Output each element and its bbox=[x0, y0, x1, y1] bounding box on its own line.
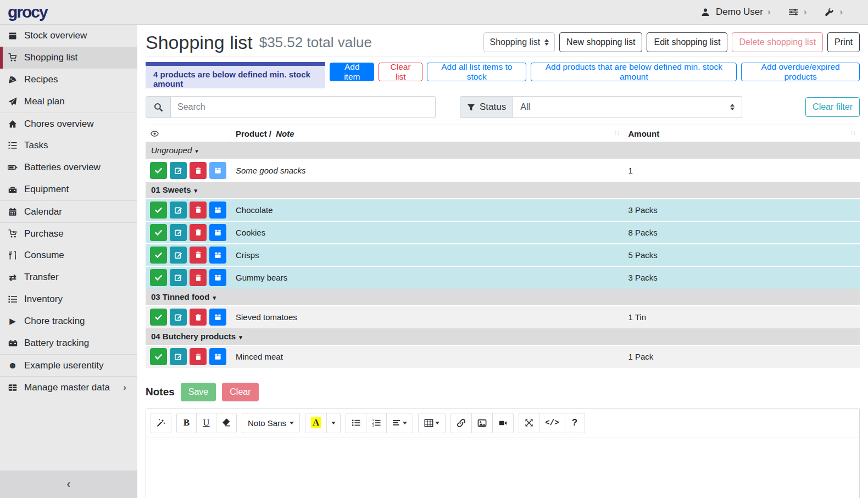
sidebar-item-equipment[interactable]: Equipment bbox=[0, 178, 137, 200]
sidebar-collapse-button[interactable]: ‹ bbox=[0, 471, 137, 498]
insert-table-button[interactable] bbox=[418, 413, 446, 433]
delete-item-button[interactable] bbox=[190, 224, 207, 241]
mark-done-button[interactable] bbox=[150, 348, 167, 365]
print-button[interactable]: Print bbox=[827, 32, 860, 52]
shopping-list-select[interactable]: Shopping list bbox=[483, 32, 555, 52]
sidebar-item-tasks[interactable]: Tasks bbox=[0, 135, 137, 156]
edit-item-button[interactable] bbox=[170, 224, 187, 241]
sidebar-item-stock-overview[interactable]: Stock overview bbox=[0, 25, 137, 47]
edit-shopping-list-button[interactable]: Edit shopping list bbox=[647, 32, 727, 52]
clear-format-button[interactable] bbox=[216, 413, 237, 433]
edit-item-button[interactable] bbox=[170, 202, 187, 219]
sidebar-item-recipes[interactable]: Recipes bbox=[0, 69, 137, 91]
add-to-stock-button[interactable] bbox=[209, 247, 226, 264]
mark-done-button[interactable] bbox=[150, 202, 167, 219]
ordered-list-button[interactable]: 123 bbox=[366, 413, 387, 433]
user-name: Demo User bbox=[716, 7, 763, 18]
sidebar-item-manage-master-data[interactable]: Manage master data › bbox=[0, 376, 137, 398]
sidebar-item-calendar[interactable]: Calendar bbox=[0, 200, 137, 222]
mark-done-button[interactable] bbox=[150, 162, 167, 179]
sidebar-item-shopping-list[interactable]: Shopping list bbox=[0, 47, 137, 69]
clear-filter-button[interactable]: Clear filter bbox=[805, 97, 860, 117]
unordered-list-button[interactable] bbox=[346, 413, 366, 433]
sidebar-item-chores-overview[interactable]: Chores overview bbox=[0, 113, 137, 135]
delete-item-button[interactable] bbox=[190, 162, 207, 179]
below-min-stock-alert[interactable]: 4 products are below defined min. stock … bbox=[146, 62, 325, 88]
mark-done-button[interactable] bbox=[150, 309, 167, 326]
product-column-header[interactable]: Product / Note ↑↓ bbox=[231, 125, 624, 142]
add-overdue-button[interactable]: Add overdue/expired products bbox=[741, 63, 860, 81]
add-to-stock-button[interactable] bbox=[209, 224, 226, 241]
mark-done-button[interactable] bbox=[150, 224, 167, 241]
settings-menu[interactable]: › bbox=[787, 7, 807, 18]
magic-style-button[interactable] bbox=[151, 413, 171, 433]
delete-shopping-list-button[interactable]: Delete shopping list bbox=[732, 32, 823, 52]
insert-link-button[interactable] bbox=[450, 413, 472, 433]
mark-done-button[interactable] bbox=[150, 269, 167, 286]
editor-content-area[interactable] bbox=[146, 438, 859, 498]
edit-item-button[interactable] bbox=[170, 247, 187, 264]
sidebar-item-transfer[interactable]: ⇄ Transfer bbox=[0, 266, 137, 288]
delete-item-button[interactable] bbox=[190, 202, 207, 219]
sidebar-item-batteries-overview[interactable]: Batteries overview bbox=[0, 156, 137, 178]
visibility-column-header[interactable] bbox=[146, 125, 231, 142]
delete-item-button[interactable] bbox=[190, 348, 207, 365]
amount-cell: 1 Pack bbox=[624, 345, 860, 368]
delete-item-button[interactable] bbox=[190, 269, 207, 286]
sidebar-item-inventory[interactable]: Inventory bbox=[0, 288, 137, 310]
caret-down-icon bbox=[290, 422, 294, 424]
insert-picture-button[interactable] bbox=[471, 413, 493, 433]
add-to-stock-button[interactable] bbox=[209, 202, 226, 219]
notes-clear-button[interactable]: Clear bbox=[222, 383, 258, 401]
sidebar-item-label: Transfer bbox=[24, 272, 59, 283]
smiley-icon: ☻ bbox=[7, 360, 19, 371]
amount-column-header[interactable]: Amount ↑↓ bbox=[624, 125, 860, 142]
edit-item-button[interactable] bbox=[170, 269, 187, 286]
delete-item-button[interactable] bbox=[190, 247, 207, 264]
sidebar-item-battery-tracking[interactable]: Battery tracking bbox=[0, 332, 137, 354]
add-below-min-button[interactable]: Add products that are below defined min.… bbox=[531, 63, 737, 81]
mark-done-button[interactable] bbox=[150, 247, 167, 264]
add-to-stock-button[interactable] bbox=[209, 269, 226, 286]
notes-save-button[interactable]: Save bbox=[181, 383, 216, 401]
edit-item-button[interactable] bbox=[170, 309, 187, 326]
search-input[interactable] bbox=[171, 96, 436, 118]
sidebar-item-example-userentity[interactable]: ☻ Example userentity bbox=[0, 354, 137, 376]
fullscreen-button[interactable] bbox=[519, 413, 539, 433]
delete-item-button[interactable] bbox=[190, 309, 207, 326]
edit-item-button[interactable] bbox=[170, 348, 187, 365]
admin-menu[interactable]: › bbox=[823, 7, 843, 18]
home-icon bbox=[7, 120, 19, 128]
bold-button[interactable]: B bbox=[176, 413, 197, 433]
cart-plus-icon bbox=[7, 230, 19, 238]
highlight-color-button[interactable]: A bbox=[305, 413, 327, 433]
group-row-tinned-food[interactable]: 03 Tinned food▾ bbox=[146, 289, 860, 306]
grocy-logo[interactable]: grocy bbox=[0, 3, 137, 21]
add-item-button[interactable]: Add item bbox=[330, 63, 374, 81]
add-to-stock-button[interactable] bbox=[209, 162, 226, 179]
add-to-stock-button[interactable] bbox=[209, 309, 226, 326]
paragraph-align-button[interactable] bbox=[386, 413, 413, 433]
add-to-stock-button[interactable] bbox=[209, 348, 226, 365]
clear-list-button[interactable]: Clear list bbox=[379, 63, 422, 81]
font-family-select[interactable]: Noto Sans bbox=[242, 413, 300, 433]
add-all-items-button[interactable]: Add all list items to stock bbox=[427, 63, 526, 81]
new-shopping-list-button[interactable]: New shopping list bbox=[559, 32, 642, 52]
code-view-button[interactable]: </> bbox=[539, 413, 565, 433]
sidebar-item-meal-plan[interactable]: Meal plan bbox=[0, 91, 137, 113]
color-caret-button[interactable] bbox=[326, 413, 341, 433]
sidebar-item-label: Calendar bbox=[24, 206, 62, 217]
insert-video-button[interactable] bbox=[492, 413, 514, 433]
product-name: Chocolate bbox=[231, 199, 624, 221]
sidebar-item-purchase[interactable]: Purchase bbox=[0, 222, 137, 244]
group-row-ungrouped[interactable]: Ungrouped▾ bbox=[146, 142, 860, 159]
sidebar-item-chore-tracking[interactable]: ▶ Chore tracking bbox=[0, 310, 137, 332]
help-button[interactable]: ? bbox=[565, 413, 585, 433]
underline-button[interactable]: U bbox=[196, 413, 216, 433]
sidebar-item-consume[interactable]: Consume bbox=[0, 244, 137, 266]
group-row-butchery[interactable]: 04 Butchery products▾ bbox=[146, 328, 860, 345]
user-menu[interactable]: Demo User › bbox=[699, 7, 771, 18]
status-select[interactable]: All bbox=[513, 96, 742, 118]
group-row-sweets[interactable]: 01 Sweets▾ bbox=[146, 182, 860, 199]
edit-item-button[interactable] bbox=[170, 162, 187, 179]
